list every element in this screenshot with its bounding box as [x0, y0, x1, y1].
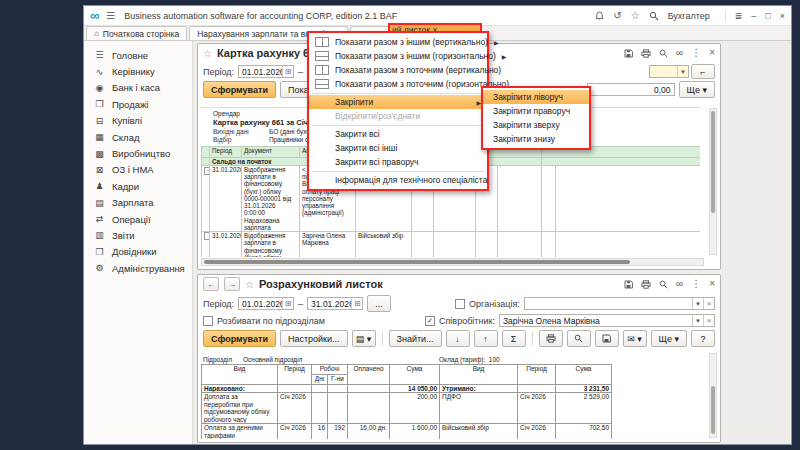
preview-button[interactable]	[567, 330, 591, 347]
submenu-item[interactable]: Закріпити ліворуч	[483, 90, 589, 104]
clear-icon[interactable]: ×	[703, 315, 714, 326]
save-icon[interactable]	[624, 49, 633, 58]
get-link-icon[interactable]: ∞	[676, 48, 683, 58]
get-link-icon[interactable]: ∞	[676, 279, 683, 289]
menu-item[interactable]: Закрити всі ▶	[309, 127, 487, 141]
col-period[interactable]: Період	[210, 146, 242, 157]
close-window-button[interactable]: ×	[780, 11, 785, 21]
chevron-down-icon[interactable]: ▼	[677, 66, 688, 77]
print-button[interactable]	[539, 330, 563, 347]
settings-button[interactable]: Настройки...	[280, 330, 348, 347]
collapse-groups-button[interactable]: ↑	[474, 330, 498, 347]
menu-item[interactable]: Закріпити ▶	[309, 95, 487, 109]
period-ellipsis-button[interactable]: ...	[367, 295, 391, 312]
save-icon[interactable]	[624, 280, 633, 289]
more-button[interactable]: Ще ▾	[679, 81, 715, 98]
menu-item[interactable]: Закрити всі інші ▶	[309, 141, 487, 155]
payslip-row[interactable]: Нараховано: 14 050,00 Утримано: 3 231,50	[202, 385, 612, 393]
sidebar-item[interactable]: ▥ Звіти	[84, 227, 192, 243]
menu-item[interactable]: Показати разом з іншим (вертикально) ▶	[309, 35, 487, 49]
sidebar-item[interactable]: ▤ Зарплата	[84, 195, 192, 211]
submenu-item[interactable]: Закріпити знизу	[483, 132, 589, 146]
zoom-search-icon[interactable]	[659, 49, 668, 58]
tab-home[interactable]: ⌂ Початкова сторінка	[86, 26, 187, 40]
date-from-input[interactable]: 01.01.2026 ⊞	[238, 65, 294, 78]
more-button[interactable]: Ще ▾	[651, 330, 687, 347]
row-expander[interactable]: −	[204, 167, 210, 175]
menu-item[interactable]: Показати разом з поточним (горизонтально…	[309, 77, 487, 91]
chevron-down-icon[interactable]: ▼	[692, 315, 703, 326]
organization-combo[interactable]: ▼ ×	[524, 297, 715, 310]
submenu-item[interactable]: Закріпити зверху	[483, 118, 589, 132]
close-panel-icon[interactable]: ×	[709, 48, 715, 58]
submenu-item[interactable]: Закріпити праворуч	[483, 104, 589, 118]
menu-item[interactable]: Відкріпити/роз'єднати ▶	[309, 109, 487, 123]
save-report-button[interactable]	[595, 330, 619, 347]
sidebar-item[interactable]: ∿ Керівнику	[84, 63, 192, 79]
payslip-row[interactable]: Оплата за денними тарифами Січ 2026 16 1…	[202, 424, 612, 439]
maximize-button[interactable]: □	[765, 11, 770, 21]
main-menu-icon[interactable]: ☰	[106, 10, 115, 21]
favorite-star-icon[interactable]: ☆	[245, 279, 254, 290]
row-expander[interactable]	[204, 232, 210, 240]
split-by-department-checkbox[interactable]	[203, 316, 213, 326]
menu-item[interactable]: Інформація для технічного спеціаліста ▶	[309, 173, 487, 187]
open-button[interactable]: ⌐	[691, 64, 715, 79]
organization-checkbox[interactable]	[455, 299, 465, 309]
vertical-scrollbar[interactable]	[709, 108, 717, 255]
back-button[interactable]: ←	[203, 277, 219, 291]
minimize-button[interactable]: –	[751, 11, 756, 21]
menu-item[interactable]: Показати разом з поточним (вертикально) …	[309, 63, 487, 77]
favorite-star-icon[interactable]: ☆	[203, 48, 212, 59]
report-variants-button[interactable]: ▤ ▾	[352, 330, 376, 347]
clear-icon[interactable]: ×	[703, 298, 714, 309]
print-icon[interactable]	[641, 49, 651, 58]
service-menu-icon[interactable]: ≣	[735, 11, 743, 21]
generate-report-button[interactable]: Сформувати	[203, 81, 276, 98]
print-icon[interactable]	[641, 280, 651, 289]
col-document[interactable]: Документ	[242, 146, 300, 157]
calendar-icon[interactable]: ⊞	[351, 298, 362, 309]
history-icon[interactable]: ↺	[613, 11, 621, 21]
more-kebab-icon[interactable]: ⋮	[691, 279, 701, 289]
help-button[interactable]: ?	[691, 330, 715, 347]
calendar-icon[interactable]: ⊞	[282, 298, 293, 309]
vertical-scrollbar[interactable]	[709, 353, 717, 438]
employee-combo[interactable]: Зарічна Олена Марківна ▼ ×	[499, 314, 715, 327]
zoom-search-icon[interactable]	[659, 280, 668, 289]
generate-payslip-button[interactable]: Сформувати	[203, 330, 276, 347]
favorites-star-icon[interactable]: ☆	[631, 11, 640, 21]
payslip-row[interactable]: Доплата за переробітки при підсумованому…	[202, 393, 612, 424]
horizontal-scrollbar[interactable]	[201, 258, 704, 266]
calendar-icon[interactable]: ⊞	[282, 66, 293, 77]
date-to-input[interactable]: 31.01.2026 ⊞	[307, 297, 363, 310]
account-combo[interactable]: ▼	[649, 65, 689, 78]
sidebar-item[interactable]: ⊟ Купівлі	[84, 113, 192, 129]
sidebar-item[interactable]: ▦ Склад	[84, 129, 192, 145]
sidebar-item[interactable]: ◉ Банк і каса	[84, 80, 192, 96]
sum-button[interactable]: Σ	[502, 330, 526, 347]
close-panel-icon[interactable]: ×	[709, 279, 715, 289]
more-kebab-icon[interactable]: ⋮	[691, 48, 701, 58]
forward-button[interactable]: →	[224, 277, 240, 291]
menu-item[interactable]: Показати разом з іншим (горизонтально) ▶	[309, 49, 487, 63]
current-user[interactable]: Бухгалтер	[668, 11, 710, 21]
sidebar-item[interactable]: ▩ Виробництво	[84, 145, 192, 161]
send-mail-button[interactable]: ✉ ▾	[623, 330, 647, 347]
find-button[interactable]: Знайти...	[389, 330, 442, 347]
menu-item[interactable]: Закрити всі праворуч ▶	[309, 155, 487, 169]
sidebar-item[interactable]: ⇄ Операції	[84, 211, 192, 227]
search-icon[interactable]	[649, 11, 659, 21]
sidebar-item[interactable]: ❒ Продажі	[84, 96, 192, 112]
notifications-bell-icon[interactable]	[595, 11, 604, 21]
table-row[interactable]: 31.01.2026 Відображення зарплати в фінан…	[202, 232, 701, 257]
sidebar-item[interactable]: ⚙ Адміністрування	[84, 260, 192, 276]
sum-field[interactable]: 0,00	[587, 83, 675, 96]
date-from-input[interactable]: 01.01.2026 ⊞	[238, 297, 294, 310]
sidebar-item[interactable]: ♟ Кадри	[84, 178, 192, 194]
sidebar-item[interactable]: ⊠ ОЗ і НМА	[84, 162, 192, 178]
sidebar-item[interactable]: ☰ Головне	[84, 47, 192, 63]
employee-checkbox[interactable]: ✓	[425, 316, 435, 326]
chevron-down-icon[interactable]: ▼	[692, 298, 703, 309]
sidebar-item[interactable]: ❐ Довідники	[84, 244, 192, 260]
